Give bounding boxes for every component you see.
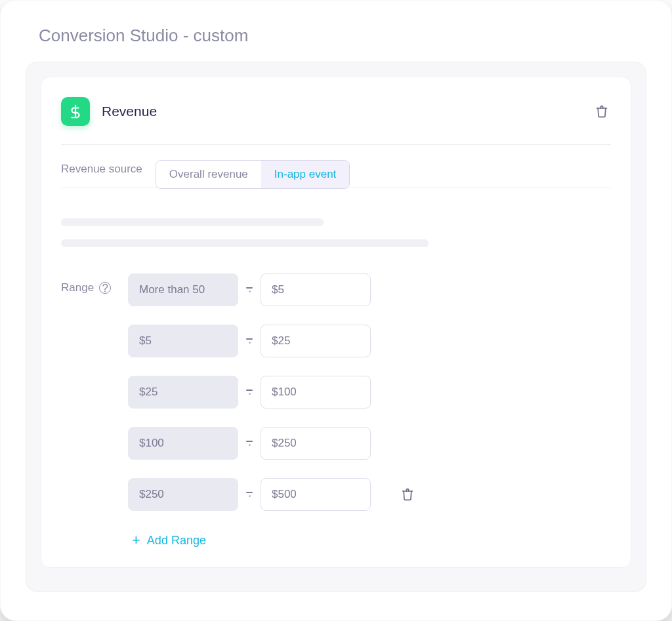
skeleton-bar [61, 239, 429, 247]
range-from-locked: $25 [128, 376, 238, 409]
dollar-icon [61, 97, 90, 126]
range-from-locked: $100 [128, 427, 238, 460]
range-row: $25 $100 [128, 376, 417, 409]
range-section: Range ? More than 50 $5 $5 [61, 273, 611, 548]
skeleton-placeholders [61, 188, 611, 273]
delete-range-button[interactable] [398, 485, 417, 504]
add-range-label: Add Range [147, 534, 206, 548]
trash-icon [595, 104, 608, 119]
range-separator [238, 441, 261, 446]
revenue-source-segment: Overall revenue In-app event [156, 160, 350, 189]
range-from-locked: $5 [128, 325, 238, 357]
range-row: $5 $25 [128, 325, 417, 357]
trash-icon [401, 487, 414, 502]
outer-card: Revenue Revenue source Overall revenue I… [26, 62, 646, 592]
tab-overall-revenue[interactable]: Overall revenue [156, 161, 261, 188]
range-to-input[interactable]: $5 [261, 273, 371, 306]
range-label-text: Range [61, 281, 94, 294]
card-header: Revenue [61, 97, 611, 126]
range-label: Range ? [61, 273, 128, 294]
help-icon[interactable]: ? [99, 282, 111, 294]
range-separator [238, 338, 261, 344]
range-row: More than 50 $5 [128, 273, 417, 306]
revenue-card: Revenue Revenue source Overall revenue I… [41, 77, 631, 568]
revenue-source-row: Revenue source Overall revenue In-app ev… [61, 145, 611, 188]
range-row: $100 $250 [128, 427, 417, 460]
range-from-locked: $250 [128, 478, 238, 511]
range-to-input[interactable]: $250 [261, 427, 371, 460]
plus-icon: + [132, 533, 140, 548]
delete-card-button[interactable] [593, 102, 611, 121]
range-rows: More than 50 $5 $5 $25 $25 [128, 273, 417, 511]
range-from-locked: More than 50 [128, 273, 238, 306]
revenue-source-label: Revenue source [61, 163, 142, 185]
range-separator [238, 287, 261, 292]
range-separator [238, 492, 261, 497]
range-separator [238, 390, 261, 395]
card-title: Revenue [102, 104, 157, 119]
page-title: Conversion Studio - custom [1, 1, 671, 46]
range-row: $250 $500 [128, 478, 417, 511]
app-frame: Conversion Studio - custom Revenue [0, 0, 672, 621]
skeleton-bar [61, 218, 324, 226]
add-range-button[interactable]: + Add Range [132, 533, 206, 548]
range-to-input[interactable]: $500 [261, 478, 371, 511]
tab-in-app-event[interactable]: In-app event [261, 161, 350, 188]
range-to-input[interactable]: $100 [261, 376, 371, 409]
range-to-input[interactable]: $25 [261, 325, 371, 357]
